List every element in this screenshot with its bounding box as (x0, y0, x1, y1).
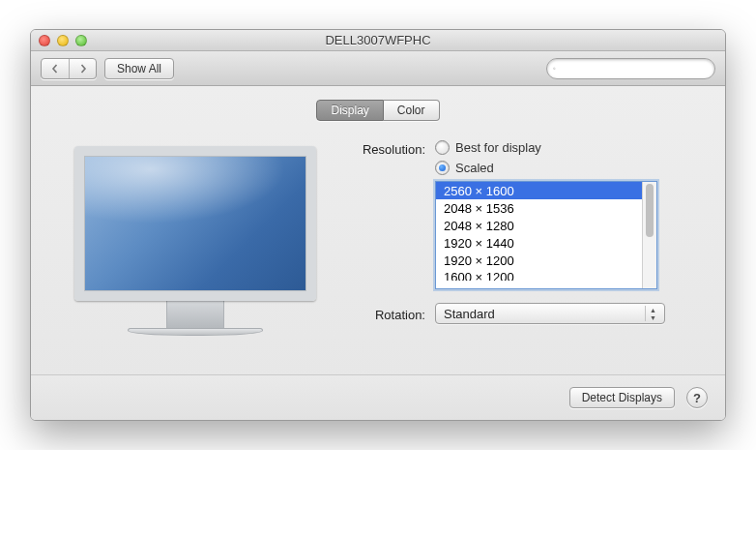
zoom-icon[interactable] (75, 35, 87, 46)
resolution-label: Resolution: (348, 140, 435, 157)
rotation-label: Rotation: (348, 306, 435, 322)
search-icon (553, 63, 556, 74)
chevron-right-icon (78, 64, 88, 74)
window-title: DELL3007WFPHC (31, 33, 725, 47)
tabs: Display Color (31, 100, 725, 121)
footer: Detect Displays ? (31, 374, 725, 420)
help-icon: ? (693, 391, 701, 405)
svg-point-0 (553, 67, 555, 69)
back-button[interactable] (42, 59, 69, 78)
tab-color-label: Color (397, 104, 425, 117)
detect-displays-button[interactable]: Detect Displays (569, 387, 675, 408)
radio-icon (435, 140, 450, 155)
resolution-best-label: Best for display (455, 140, 541, 155)
tab-display-label: Display (331, 104, 368, 117)
detect-displays-label: Detect Displays (582, 391, 662, 404)
monitor-icon (74, 146, 316, 336)
chevron-left-icon (50, 64, 60, 74)
list-item[interactable]: 1920 × 1200 (436, 252, 642, 269)
show-all-button[interactable]: Show All (104, 58, 174, 79)
resolution-listbox[interactable]: 2560 × 1600 2048 × 1536 2048 × 1280 1920… (435, 181, 657, 289)
rotation-select[interactable]: Standard ▲▼ (435, 303, 665, 324)
rotation-value: Standard (444, 307, 495, 321)
list-item[interactable]: 2048 × 1280 (436, 217, 642, 234)
traffic-lights (39, 35, 87, 46)
resolution-scaled-label: Scaled (455, 161, 494, 175)
tab-display[interactable]: Display (316, 100, 383, 121)
search-input[interactable] (560, 61, 709, 76)
toolbar: Show All (31, 51, 725, 86)
minimize-icon[interactable] (57, 35, 69, 46)
settings-pane: Resolution: Best for display Scaled (348, 140, 696, 336)
monitor-preview (60, 140, 331, 336)
resolution-scaled-option[interactable]: Scaled (435, 161, 696, 175)
list-item[interactable]: 2048 × 1536 (436, 199, 642, 217)
show-all-label: Show All (117, 62, 161, 75)
body: Display Color Resolution: (31, 86, 725, 420)
scrollbar[interactable] (642, 182, 656, 288)
updown-icon: ▲▼ (645, 306, 660, 321)
scrollbar-thumb[interactable] (646, 184, 654, 237)
list-item[interactable]: 1920 × 1440 (436, 234, 642, 252)
tab-color[interactable]: Color (384, 100, 440, 121)
resolution-best-option[interactable]: Best for display (435, 140, 696, 155)
search-field[interactable] (546, 58, 715, 79)
titlebar[interactable]: DELL3007WFPHC (31, 30, 725, 51)
forward-button[interactable] (69, 59, 96, 78)
close-icon[interactable] (39, 35, 50, 46)
content-area: Resolution: Best for display Scaled (31, 121, 725, 374)
list-item[interactable]: 2560 × 1600 (436, 182, 642, 199)
help-button[interactable]: ? (686, 387, 708, 408)
display-preferences-window: DELL3007WFPHC Show All Display (30, 29, 726, 421)
resolution-list-items: 2560 × 1600 2048 × 1536 2048 × 1280 1920… (436, 182, 642, 288)
list-item[interactable]: 1600 × 1200 (436, 269, 642, 281)
radio-icon (435, 161, 450, 175)
svg-line-1 (555, 69, 556, 70)
nav-buttons (41, 58, 97, 79)
